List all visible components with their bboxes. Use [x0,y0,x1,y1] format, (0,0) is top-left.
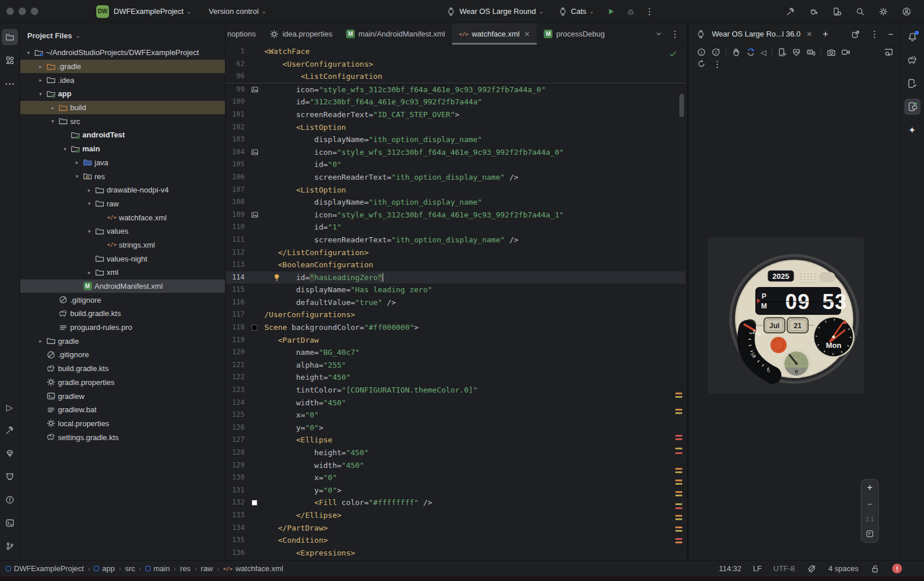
code-line-106[interactable]: 106 screenReaderText="ith_option_display… [226,171,685,184]
tree-item-main[interactable]: ▾ main [20,142,225,156]
close-window-icon[interactable] [6,8,14,15]
search-icon[interactable] [856,7,865,16]
code-line-112[interactable]: 112 </ListConfiguration> [226,246,685,259]
more-actions-kebab-icon[interactable]: ⋮ [645,7,654,16]
code-line-129[interactable]: 129 width="450" [226,459,685,472]
intention-bulb-icon[interactable] [272,273,281,282]
error-notification-icon[interactable]: ! [892,564,902,573]
tree-twist-icon[interactable]: ▾ [36,91,45,97]
highlighting-level-icon[interactable] [806,564,817,574]
close-device-tab-icon[interactable]: ✕ [806,30,812,38]
tree-twist-icon[interactable]: ▸ [36,77,45,83]
code-line-101[interactable]: 101 screenReaderText="ID_CAT_STEP_OVER"> [226,108,685,121]
open-in-window-icon[interactable] [850,29,861,39]
stripe-mark[interactable] [675,507,682,509]
unlock-icon[interactable] [870,564,881,574]
caret-position[interactable]: 114:32 [719,564,741,573]
tool-running-devices[interactable] [904,99,921,115]
code-line-1[interactable]: 1 <WatchFace [226,45,685,58]
stripe-mark[interactable] [675,518,682,520]
tree-item-androidTest[interactable]: androidTest [20,128,225,142]
stripe-mark[interactable] [675,438,682,440]
code-line-118[interactable]: 118 Scene backgroundColor="#ff000000"> [226,321,685,334]
code-line-104[interactable]: 104 icon="style_wfs_312c30bf_f64a_461e_9… [226,146,685,159]
tool-project-folder[interactable] [2,29,18,45]
tree-twist-icon[interactable]: ▸ [85,270,94,275]
reset-icon[interactable] [697,59,706,68]
breadcrumb-DWFExampleProject[interactable]: DWFExampleProject [6,564,84,573]
device-selector[interactable]: Wear OS Large Round ⌄ [446,6,543,17]
tree-item-strings.xml[interactable]: </> strings.xml [20,238,225,252]
build-hammer-icon[interactable] [786,7,795,16]
breadcrumb-watchface.xml[interactable]: </>watchface.xml [223,564,283,573]
tree-item-.gitignore[interactable]: .gitignore [20,348,225,362]
rotate-icon[interactable] [746,48,755,57]
profiler-icon[interactable] [809,7,818,16]
tree-item-gradle.properties[interactable]: gradle.properties [20,376,225,390]
tree-item-raw[interactable]: ▾ raw [20,197,225,211]
code-line-100[interactable]: 100 id="312c30bf_f64a_461e_9c93_992f2fb7… [226,96,685,108]
run-button[interactable] [606,6,616,17]
code-line-105[interactable]: 105 id="0" [226,158,685,171]
device-manager-icon[interactable] [832,7,842,16]
stripe-mark[interactable] [675,495,682,496]
tab-noptions[interactable]: noptions [226,23,263,45]
tree-item-settings.gradle.kts[interactable]: settings.gradle.kts [20,430,225,444]
stripe-mark[interactable] [675,530,682,532]
tree-item-values-night[interactable]: values-night [20,252,225,266]
code-line-110[interactable]: 110 id="1" [226,221,685,234]
tree-item-gradle[interactable]: ▸ gradle [20,334,225,348]
tab-main/AndroidManifest.xml[interactable]: Mmain/AndroidManifest.xml [339,23,452,45]
tab-list-chevron-icon[interactable] [655,30,663,38]
code-line-62[interactable]: 62 <UserConfigurations> [226,58,685,71]
tree-item-.gitignore[interactable]: .gitignore [20,293,225,307]
code-line-133[interactable]: 133 </Ellipse> [226,509,685,522]
tree-item-AndroidManifest.xml[interactable]: M AndroidManifest.xml [20,279,225,293]
screen-search-icon[interactable] [884,48,893,57]
indent-config[interactable]: 4 spaces [828,564,858,573]
palm-icon[interactable] [732,48,741,57]
tree-item-.gradle[interactable]: ▸ .gradle [20,60,225,74]
kebab-icon[interactable]: ⋮ [713,60,722,68]
tree-item-drawable-nodpi-v4[interactable]: ▸ drawable-nodpi-v4 [20,183,225,197]
zoom-in-button[interactable]: + [867,482,872,493]
code-line-123[interactable]: 123 tintColor="[CONFIGURATION.themeColor… [226,384,685,397]
tree-item-~/AndroidStudioProjects/DWFExampleProject[interactable]: ▾ ~/AndroidStudioProjects/DWFExampleProj… [20,46,225,60]
button-2-icon[interactable]: 2 [711,48,721,57]
code-line-117[interactable]: 117 /UserConfigurations> [226,308,685,321]
code-line-113[interactable]: 113 <BooleanConfiguration [226,259,685,271]
hide-panel-icon[interactable]: − [888,30,893,38]
code-line-107[interactable]: 107 <ListOption [226,184,685,197]
stripe-mark[interactable] [675,409,682,411]
tool-gemini-sparkle[interactable]: ✦ [904,122,921,138]
tree-item-.idea[interactable]: ▸ .idea [20,73,225,87]
tool-logcat-cat[interactable] [2,469,18,485]
screenshot-icon[interactable] [827,48,836,57]
stripe-mark[interactable] [675,471,682,473]
stripe-mark[interactable] [675,538,682,540]
file-encoding[interactable]: UTF-8 [773,564,795,573]
tool-more-horizontal[interactable]: ⋯ [2,75,18,92]
stripe-mark[interactable] [675,452,682,454]
code-line-103[interactable]: 103 displayName="ith_option_display_name… [226,133,685,146]
code-line-102[interactable]: 102 <ListOption [226,121,685,134]
tree-twist-icon[interactable]: ▸ [48,105,57,111]
maximize-window-icon[interactable] [31,8,38,15]
tab-idea.properties[interactable]: idea.properties [263,23,339,45]
tool-problems[interactable] [2,492,18,508]
tab-processDebug[interactable]: MprocessDebug [537,23,605,45]
window-controls[interactable] [6,8,38,15]
tree-item-build[interactable]: ▸ build [20,101,225,115]
tree-item-res[interactable]: ▾ res [20,169,225,183]
stripe-mark[interactable] [675,480,682,481]
stripe-mark[interactable] [675,503,682,505]
tree-item-gradlew[interactable]: gradlew [20,389,225,403]
error-stripe[interactable] [675,23,683,560]
tree-twist-icon[interactable]: ▸ [85,187,94,193]
stripe-mark[interactable] [675,448,682,449]
stripe-mark[interactable] [675,396,682,398]
project-panel-header[interactable]: Project Files ⌄ [20,23,225,46]
panel-options-kebab-icon[interactable]: ⋮ [870,30,879,38]
code-line-132[interactable]: 132 <Fill color="#ffffffff" /> [226,496,685,509]
screen-record-icon[interactable] [841,48,850,57]
